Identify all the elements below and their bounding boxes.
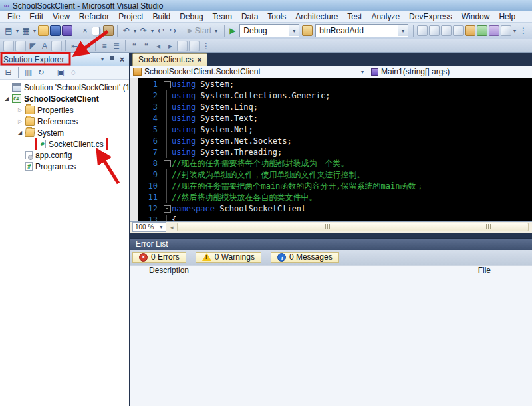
add-item-icon[interactable]: ▦ — [21, 25, 31, 36]
tab-close-icon[interactable]: × — [198, 56, 201, 64]
dropdown-caret-icon[interactable]: ▾ — [132, 28, 138, 34]
solution-explorer-icon[interactable] — [441, 25, 452, 36]
menu-devexpress[interactable]: DevExpress — [404, 12, 457, 21]
tree-item-properties[interactable]: ▷Properties — [0, 104, 129, 116]
tree-item-solution-schoolsockclient-1-proje[interactable]: Solution 'SchoolSockClient' (1 proje — [0, 82, 129, 93]
bookmark-clear-icon[interactable] — [189, 41, 200, 51]
view-class-diagram-icon[interactable]: ▣ — [56, 68, 66, 78]
menu-architecture[interactable]: Architecture — [291, 12, 342, 21]
dropdown-caret-icon[interactable]: ▾ — [512, 28, 517, 34]
menu-debug[interactable]: Debug — [175, 12, 207, 21]
paste-icon[interactable] — [103, 25, 114, 36]
bookmark-toggle-icon[interactable] — [177, 41, 188, 51]
start-debug-button[interactable]: ▶ Start ▾ — [185, 26, 221, 35]
collapsed-arrow-icon[interactable]: ▷ — [16, 107, 24, 113]
menu-refactor[interactable]: Refactor — [74, 12, 114, 21]
members-dropdown[interactable]: Main1(string[] args) — [368, 66, 532, 78]
combo-caret-icon[interactable]: ▾ — [398, 25, 408, 36]
menu-file[interactable]: File — [3, 12, 25, 21]
menu-view[interactable]: View — [48, 12, 74, 21]
save-all-icon[interactable] — [62, 25, 72, 36]
messages-filter-button[interactable]: 0 Messages — [271, 252, 339, 263]
menu-project[interactable]: Project — [114, 12, 148, 21]
cut-icon[interactable]: × — [80, 25, 90, 36]
show-all-files-icon[interactable]: ▥ — [23, 68, 33, 78]
horizontal-scrollbar[interactable] — [177, 223, 529, 231]
menu-analyze[interactable]: Analyze — [366, 12, 404, 21]
menu-data[interactable]: Data — [237, 12, 263, 21]
navigate-hierarchy-icon[interactable] — [15, 41, 26, 51]
menu-help[interactable]: Help — [494, 12, 520, 21]
bookmark-next-icon[interactable]: ▸ — [165, 41, 176, 51]
dropdown-caret-icon[interactable]: ▾ — [32, 28, 37, 34]
menu-test[interactable]: Test — [342, 12, 366, 21]
tree-item-app-config[interactable]: app.config — [0, 150, 129, 161]
properties-window-icon[interactable] — [501, 25, 511, 36]
select-pointer-icon[interactable]: ◤ — [27, 41, 38, 51]
zoom-level-combo[interactable]: 100 % ▾ — [132, 222, 166, 232]
warnings-filter-button[interactable]: 0 Warnings — [196, 252, 261, 263]
panel-splitter[interactable] — [130, 233, 532, 238]
close-icon[interactable]: × — [120, 56, 124, 63]
open-folder-icon[interactable] — [38, 25, 49, 36]
fold-collapse-icon[interactable]: - — [164, 81, 171, 88]
redo-icon[interactable]: ↷ — [138, 25, 149, 36]
command-window-icon[interactable] — [429, 25, 440, 36]
types-dropdown[interactable]: SchoolSocketClient.SocketClient ▾ — [130, 66, 368, 78]
navigate-forward-icon[interactable]: ↪ — [168, 25, 178, 36]
tree-item-system[interactable]: ◢System — [0, 127, 129, 138]
column-description[interactable]: Description — [149, 266, 189, 406]
toolbar-overflow-icon[interactable]: ⋮ — [518, 25, 529, 36]
scroll-left-icon[interactable]: ◂ — [168, 224, 175, 231]
dropdown-caret-icon[interactable]: ▾ — [150, 28, 155, 34]
fold-collapse-icon[interactable]: - — [164, 160, 171, 167]
startup-object-icon[interactable] — [302, 25, 313, 36]
startup-object-combo[interactable]: btnReadAdd ▾ — [315, 24, 408, 37]
bookmark-previous-icon[interactable]: ◂ — [153, 41, 164, 51]
new-project-icon[interactable]: ▤ — [3, 25, 14, 36]
font-size-icon[interactable]: A — [39, 41, 50, 51]
refresh-icon[interactable]: ↻ — [36, 68, 46, 78]
menu-edit[interactable]: Edit — [25, 12, 48, 21]
navigate-backward-icon[interactable]: ↩ — [156, 25, 166, 36]
start-page-icon[interactable] — [477, 25, 487, 36]
search-icon[interactable]: ◌ — [68, 68, 78, 78]
combo-caret-icon[interactable]: ▾ — [289, 25, 299, 36]
class-view-icon[interactable] — [489, 25, 499, 36]
dropdown-caret-icon[interactable]: ▾ — [15, 28, 20, 34]
indent-decrease-icon[interactable]: ⇤ — [69, 41, 80, 51]
toolbar-overflow-icon[interactable]: ⋮ — [201, 41, 211, 51]
menu-tools[interactable]: Tools — [263, 12, 291, 21]
sort-lines-icon[interactable]: ≣ — [111, 41, 122, 51]
column-file[interactable]: File — [478, 266, 491, 406]
collapse-all-icon[interactable]: ⊟ — [3, 68, 13, 78]
tree-item-socketclient-cs[interactable]: SocketClient.cs — [0, 138, 129, 150]
uncomment-selection-icon[interactable]: ❝ — [141, 41, 152, 51]
tree-item-program-cs[interactable]: Program.cs — [0, 161, 129, 172]
expanded-arrow-icon[interactable]: ◢ — [16, 130, 24, 136]
solution-config-combo[interactable]: Debug ▾ — [239, 24, 299, 37]
indent-increase-icon[interactable]: ⇥ — [81, 41, 92, 51]
extension-manager-icon[interactable] — [465, 25, 475, 36]
fold-collapse-icon[interactable]: - — [164, 205, 171, 213]
team-explorer-icon[interactable] — [453, 25, 464, 36]
expanded-arrow-icon[interactable]: ◢ — [3, 96, 11, 102]
title-bar[interactable]: ∞ SchoolSockClient - Microsoft Visual St… — [0, 0, 532, 11]
collapsed-arrow-icon[interactable]: ▷ — [16, 118, 24, 124]
save-icon[interactable] — [50, 25, 61, 36]
display-objects-icon[interactable] — [3, 41, 14, 51]
comment-selection-icon[interactable]: ❝ — [129, 41, 140, 51]
tab-socketclient-cs[interactable]: SocketClient.cs × — [132, 53, 207, 66]
find-in-files-icon[interactable] — [417, 25, 428, 36]
error-list-header[interactable]: Error List — [130, 238, 532, 250]
menu-window[interactable]: Window — [457, 12, 495, 21]
code-editor[interactable]: 1-using System;2using System.Collections… — [130, 78, 532, 221]
run-button[interactable]: ▶ — [229, 27, 235, 34]
undo-icon[interactable]: ↶ — [121, 25, 132, 36]
errors-filter-button[interactable]: 0 Errors — [132, 252, 186, 263]
tree-item-references[interactable]: ▷References — [0, 116, 129, 127]
solution-explorer-titlebar[interactable]: Solution Explorer ▾ × — [0, 53, 129, 66]
copy-icon[interactable] — [92, 27, 100, 35]
line-spacing-icon[interactable]: ≡ — [99, 41, 110, 51]
window-position-icon[interactable]: ▾ — [100, 56, 105, 62]
